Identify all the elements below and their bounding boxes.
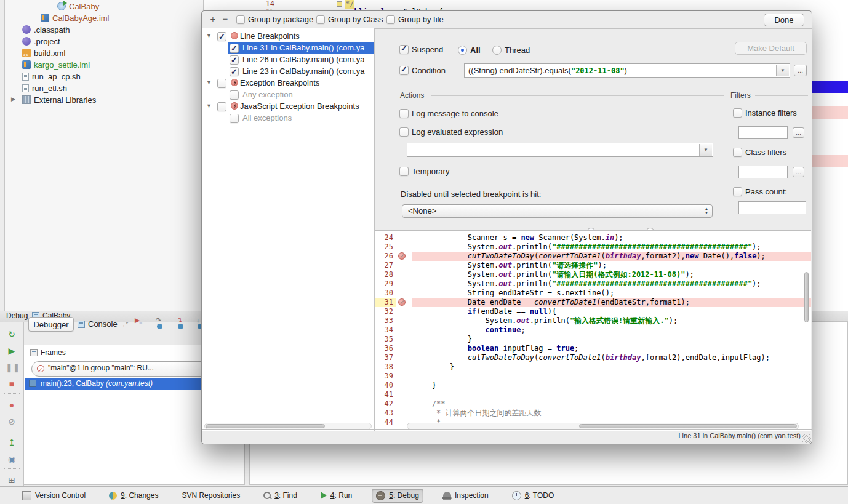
breakpoint-enabled-checkbox[interactable]: [230, 90, 239, 100]
tree-expand-arrow-icon[interactable]: ▼: [206, 100, 212, 112]
breakpoint-gutter-icon[interactable]: [398, 298, 406, 306]
code-text: cutTwoDateToDay(convertToDate1(birthday,…: [414, 252, 766, 261]
code-text: Scanner s = new Scanner(System.in);: [414, 233, 623, 242]
class-filters-field[interactable]: [738, 166, 788, 178]
breakpoint-row[interactable]: Line 26 in CalBaby.main() (com.ya: [202, 54, 374, 65]
temporary-checkbox[interactable]: Temporary: [399, 167, 449, 176]
add-breakpoint-button[interactable]: +: [208, 14, 218, 25]
code-text: System.out.println("输入格式错误!请重新输入.");: [414, 316, 678, 326]
group-by-file-checkbox[interactable]: Group by file: [386, 15, 444, 24]
condition-expand-button[interactable]: ...: [794, 65, 807, 76]
line-number: 31: [375, 298, 396, 307]
log-message-checkbox[interactable]: Log message to console: [399, 109, 498, 118]
statusbar-button-debug[interactable]: 5: Debug: [372, 489, 423, 503]
pass-count-field[interactable]: [738, 201, 806, 214]
project-tree-item[interactable]: CalBaby: [5, 0, 203, 12]
toolbar-separator: [4, 431, 20, 431]
thread-status-icon: ✓: [37, 365, 44, 372]
resume-icon[interactable]: ▶: [6, 345, 18, 357]
force-step-into-icon[interactable]: ↴: [176, 319, 187, 330]
statusbar-button-inspection[interactable]: Inspection: [439, 489, 492, 502]
instance-filters-checkbox[interactable]: Instance filters: [733, 108, 797, 118]
project-tree-item[interactable]: .project: [5, 35, 203, 47]
breakpoint-enabled-checkbox[interactable]: [217, 102, 226, 111]
mute-breakpoints-icon[interactable]: ⊘: [6, 415, 18, 428]
remove-breakpoint-button[interactable]: −: [220, 14, 230, 25]
disabled-until-select[interactable]: <None> ▲ ▼: [402, 204, 713, 218]
frame-icon: [29, 380, 36, 387]
group-by-package-checkbox[interactable]: Group by package: [236, 15, 313, 24]
condition-combo[interactable]: ((String) endDateStr).equals("2012-11-08…: [464, 63, 790, 78]
breakpoint-enabled-checkbox[interactable]: [230, 44, 239, 53]
view-breakpoints-icon[interactable]: ●: [6, 399, 18, 411]
actions-section-label: Actions: [400, 91, 424, 100]
class-filters-browse-button[interactable]: ...: [793, 167, 804, 177]
suspend-checkbox[interactable]: Suspend: [399, 45, 443, 54]
breakpoint-enabled-checkbox[interactable]: [230, 114, 239, 123]
tree-expand-arrow-icon[interactable]: ▼: [206, 77, 212, 89]
project-tree-item[interactable]: kargo_settle.iml: [5, 58, 203, 70]
breakpoint-row[interactable]: Line 31 in CalBaby.main() (com.ya: [202, 42, 374, 54]
project-tree-item[interactable]: run_ap_cp.sh: [5, 70, 203, 82]
breakpoint-row[interactable]: Any exception: [202, 89, 374, 100]
project-tree: CalBabyCalBabyAge.iml.classpath.projectb…: [5, 0, 203, 311]
project-tree-item[interactable]: build.xml: [5, 47, 203, 58]
project-tree-item[interactable]: ▶External Libraries: [5, 94, 203, 105]
tab-debugger[interactable]: Debugger: [28, 317, 74, 332]
statusbar-button-todo[interactable]: 6: TODO: [508, 489, 558, 502]
code-vscrollbar-thumb[interactable]: [804, 272, 809, 322]
breakpoint-gutter-icon[interactable]: [398, 252, 406, 260]
stop-icon[interactable]: ■: [6, 378, 18, 390]
rerun-icon[interactable]: ↻: [6, 328, 18, 340]
step-over-icon[interactable]: ↷: [155, 319, 166, 330]
breakpoint-enabled-checkbox[interactable]: [230, 55, 239, 65]
condition-checkbox[interactable]: Condition: [399, 66, 446, 75]
instance-filters-field[interactable]: [738, 126, 788, 139]
suspend-all-radio[interactable]: All: [458, 46, 481, 55]
instance-filters-browse-button[interactable]: ...: [793, 127, 804, 138]
breakpoint-group-row[interactable]: ▼JavaScript Exception Breakpoints: [202, 100, 374, 112]
project-tree-item[interactable]: .classpath: [5, 23, 203, 35]
breakpoint-group-row[interactable]: ▼Line Breakpoints: [202, 30, 374, 42]
breakpoint-enabled-checkbox[interactable]: [217, 32, 226, 41]
breakpoint-enabled-checkbox[interactable]: [230, 67, 239, 76]
layout-settings-icon[interactable]: ⊞: [6, 474, 18, 486]
project-tree-item[interactable]: run_etl.sh: [5, 82, 203, 94]
breakpoint-row[interactable]: All exceptions: [202, 112, 374, 124]
expand-arrow-icon[interactable]: ▶: [11, 94, 15, 105]
code-line: 25 System.out.println("#################…: [375, 242, 811, 252]
done-button[interactable]: Done: [764, 14, 804, 26]
fold-marker-icon[interactable]: [337, 1, 342, 7]
tree-expand-arrow-icon[interactable]: ▼: [206, 30, 212, 42]
breakpoint-enabled-checkbox[interactable]: [217, 79, 226, 88]
toolbar-separator: [4, 393, 20, 394]
statusbar-button-svnrepositories[interactable]: SVN Repositories: [178, 489, 244, 502]
statusbar-button-versioncontrol[interactable]: Version Control: [18, 489, 89, 502]
show-execution-point-icon[interactable]: ▶≡: [134, 319, 145, 330]
project-tree-item[interactable]: CalBabyAge.iml: [5, 12, 203, 23]
statusbar-button-changes[interactable]: 9: Changes: [105, 489, 162, 502]
suspend-thread-radio[interactable]: Thread: [492, 46, 530, 55]
dialog-status-bar: Line 31 in CalBaby.main() (com.yan.test): [202, 429, 812, 444]
breakpoint-row[interactable]: Line 23 in CalBaby.main() (com.ya: [202, 65, 374, 77]
statusbar-button-run[interactable]: 4: Run: [317, 489, 356, 502]
thread-selector-combo[interactable]: ✓ "main"@1 in group "main": RU... ▲ ▼: [31, 361, 211, 377]
log-expression-combo[interactable]: ▼: [407, 143, 713, 157]
resize-grip[interactable]: [802, 434, 811, 443]
breakpoint-group-row[interactable]: ▼Exception Breakpoints: [202, 77, 374, 89]
condition-dropdown-icon[interactable]: ▼: [776, 65, 789, 76]
log-expression-checkbox[interactable]: Log evaluated expression: [399, 127, 503, 137]
pass-count-checkbox[interactable]: Pass count:: [733, 187, 787, 196]
pause-icon[interactable]: ❚❚: [6, 361, 18, 374]
tree-hscrollbar-thumb[interactable]: [206, 424, 325, 428]
statusbar-button-find[interactable]: 3: Find: [260, 489, 301, 502]
code-hscrollbar-thumb[interactable]: [579, 424, 797, 428]
restore-layout-icon[interactable]: ↥: [6, 436, 18, 449]
screenshot-icon[interactable]: ◉: [6, 453, 18, 465]
make-default-button[interactable]: Make Default: [735, 42, 807, 55]
code-vscrollbar[interactable]: [803, 232, 810, 421]
expression-dropdown-icon[interactable]: ▼: [699, 144, 712, 156]
group-by-class-checkbox[interactable]: Group by Class: [316, 15, 383, 24]
tab-console[interactable]: Console →*: [78, 317, 130, 332]
class-filters-checkbox[interactable]: Class filters: [733, 148, 786, 157]
